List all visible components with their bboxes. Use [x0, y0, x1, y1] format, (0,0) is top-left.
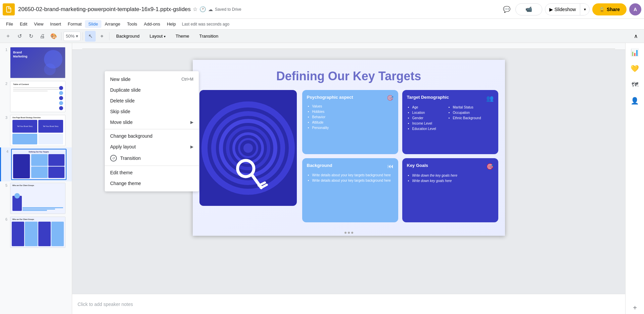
- skip-slide-item[interactable]: Skip slide: [105, 106, 199, 117]
- slide-preview-3[interactable]: One Page Brand Strategy Overview Tell Yo…: [10, 115, 65, 146]
- doc-title-area: 20650-02-brand-marketing-powerpoint-temp…: [18, 6, 241, 13]
- psychographic-card[interactable]: Psychographic aspect 🎯 Values Hobbies Be…: [302, 90, 398, 154]
- slide-thumb-4[interactable]: 4 Defining Our Key Targets: [0, 147, 72, 181]
- toolbar: ＋ ↺ ↻ 🖨 🎨 50% ▾ ↖ ⌖ Background Layout ▾ …: [0, 30, 644, 43]
- edit-theme-item[interactable]: Edit theme: [105, 167, 199, 178]
- collapse-toolbar-button[interactable]: ∧: [631, 31, 641, 42]
- slide-title: Defining Our Key Targets: [193, 60, 505, 83]
- slideshow-dropdown-button[interactable]: ▾: [580, 3, 589, 15]
- slide-preview-4[interactable]: Defining Our Key Targets: [11, 149, 66, 180]
- add-slide-button[interactable]: ＋: [3, 31, 13, 42]
- sidebar-sheets-button[interactable]: 📊: [628, 46, 642, 59]
- delete-slide-item[interactable]: Delete slide: [105, 95, 199, 106]
- maze-image: [199, 90, 297, 206]
- user-avatar[interactable]: A: [629, 3, 641, 15]
- toolbar-right: ∧: [631, 31, 641, 42]
- slide-title-highlight: Key Targets: [353, 69, 421, 83]
- key-goals-list: Write down the key goals here Write down…: [407, 173, 494, 184]
- svg-point-14: [243, 143, 253, 153]
- slide-thumb-6[interactable]: 6 Who are Our Client Groups: [0, 215, 72, 249]
- slide-preview-2[interactable]: Table of Content: [10, 81, 65, 112]
- comments-button[interactable]: 💬: [501, 3, 513, 15]
- slide-thumb-1[interactable]: 1 BrandMarketing: [0, 46, 72, 80]
- app-logo[interactable]: [3, 3, 15, 15]
- dropdown-group-3: Edit theme Change theme: [105, 166, 199, 190]
- change-theme-item[interactable]: Change theme: [105, 178, 199, 189]
- move-slide-item[interactable]: Move slide ▶: [105, 117, 199, 128]
- sidebar-maps-button[interactable]: 🗺: [628, 78, 642, 91]
- menu-addons[interactable]: Add-ons: [141, 20, 164, 28]
- slide-number-3: 3: [3, 116, 7, 120]
- lock-icon: 🔒: [599, 7, 605, 12]
- transition-icon: ↺: [110, 155, 117, 162]
- topbar: 20650-02-brand-marketing-powerpoint-temp…: [0, 0, 644, 19]
- key-goals-card[interactable]: Key Goals 🎯 Write down the key goals her…: [402, 158, 498, 222]
- slide-preview-1[interactable]: BrandMarketing: [10, 47, 65, 78]
- menu-file[interactable]: File: [3, 20, 16, 28]
- demographic-icon: 👥: [486, 95, 494, 102]
- transition-tab[interactable]: Transition: [195, 32, 223, 40]
- undo-button[interactable]: ↺: [14, 31, 25, 42]
- slide-thumb-3[interactable]: 3 One Page Brand Strategy Overview Tell …: [0, 114, 72, 147]
- main-layout: 1 BrandMarketing 2 Table of Content: [0, 43, 644, 314]
- slide-preview-5[interactable]: Who are Our Client Groups: [10, 183, 65, 214]
- menu-tools[interactable]: Tools: [124, 20, 140, 28]
- menu-slide[interactable]: Slide: [85, 20, 101, 28]
- change-background-item[interactable]: Change background: [105, 131, 199, 141]
- new-slide-label: New slide: [110, 77, 131, 82]
- sidebar-add-button[interactable]: ＋: [628, 301, 642, 314]
- new-slide-item[interactable]: New slide Ctrl+M: [105, 74, 199, 85]
- menu-view[interactable]: View: [31, 20, 47, 28]
- slideshow-label: Slideshow: [554, 7, 576, 12]
- slide2-lines: [13, 87, 62, 92]
- menu-arrange[interactable]: Arrange: [101, 20, 124, 28]
- slide-title-start: Defining Our: [276, 69, 353, 83]
- share-button[interactable]: 🔒 Share: [592, 3, 627, 15]
- background-card[interactable]: Background ⏮ Write details about your ke…: [302, 158, 398, 222]
- print-button[interactable]: 🖨: [37, 31, 48, 42]
- background-tab[interactable]: Background: [111, 32, 144, 40]
- move-slide-label: Move slide: [110, 120, 133, 125]
- duplicate-slide-item[interactable]: Duplicate slide: [105, 85, 199, 95]
- notes-placeholder: Click to add speaker notes: [78, 302, 133, 307]
- menu-format[interactable]: Format: [64, 20, 85, 28]
- saved-status: Saved to Drive: [215, 7, 241, 12]
- slide-number-6: 6: [3, 217, 7, 221]
- sidebar-yellow-button[interactable]: 💛: [628, 62, 642, 75]
- sidebar-profile-button[interactable]: 👤: [628, 94, 642, 107]
- slide-preview-6[interactable]: Who are Our Client Groups: [10, 217, 65, 248]
- theme-tab[interactable]: Theme: [171, 32, 194, 40]
- cursor-tool-button[interactable]: ↖: [85, 31, 96, 42]
- slide-thumb-5[interactable]: 5 Who are Our Client Groups: [0, 181, 72, 215]
- key-goals-icon: 🎯: [486, 163, 494, 170]
- star-icon[interactable]: ☆: [193, 6, 197, 12]
- redo-button[interactable]: ↻: [26, 31, 36, 42]
- doc-title[interactable]: 20650-02-brand-marketing-powerpoint-temp…: [18, 6, 191, 13]
- slide-number-4: 4: [4, 149, 8, 153]
- slide1-circle2: [44, 63, 56, 75]
- psychographic-icon: 🎯: [387, 95, 394, 101]
- notes-area[interactable]: Click to add speaker notes: [72, 294, 625, 314]
- menu-help[interactable]: Help: [164, 20, 179, 28]
- slideshow-button[interactable]: ▶ Slideshow: [545, 3, 580, 15]
- transition-item[interactable]: ↺ Transition: [105, 152, 199, 164]
- slide-canvas[interactable]: Defining Our Key Targets: [193, 60, 505, 236]
- demographic-card[interactable]: Target Demographic 👥 Age Location Gender…: [402, 90, 498, 154]
- slide-number-5: 5: [3, 183, 7, 187]
- menu-edit[interactable]: Edit: [16, 20, 31, 28]
- meet-button[interactable]: 📹: [515, 3, 542, 15]
- paint-format-button[interactable]: 🎨: [48, 31, 59, 42]
- right-sidebar: 📊 💛 🗺 👤 ＋: [625, 43, 644, 314]
- zoom-control[interactable]: 50% ▾: [63, 32, 81, 41]
- zoom-tool-button[interactable]: ⌖: [96, 31, 107, 42]
- cloud-icon[interactable]: ☁: [208, 7, 213, 12]
- layout-tab[interactable]: Layout ▾: [145, 32, 170, 40]
- new-slide-shortcut: Ctrl+M: [181, 77, 193, 82]
- apply-layout-item[interactable]: Apply layout ▶: [105, 141, 199, 152]
- dropdown-group-2: Change background Apply layout ▶ ↺ Trans…: [105, 129, 199, 166]
- slide2-title: Table of Content: [13, 83, 29, 85]
- history-icon[interactable]: 🕐: [199, 6, 206, 12]
- menu-insert[interactable]: Insert: [47, 20, 64, 28]
- dropdown-group-1: New slide Ctrl+M Duplicate slide Delete …: [105, 73, 199, 129]
- slide-thumb-2[interactable]: 2 Table of Content: [0, 80, 72, 114]
